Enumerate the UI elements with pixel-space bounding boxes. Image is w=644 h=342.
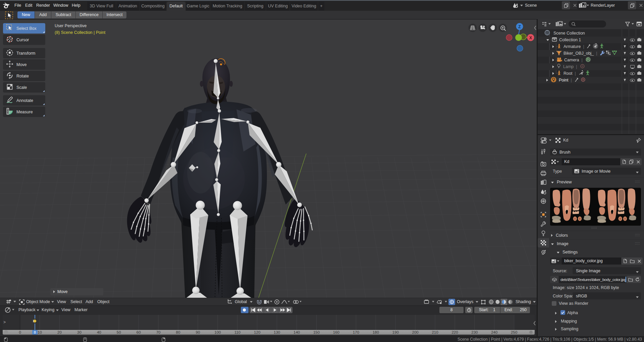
- svg-text:Z: Z: [518, 24, 521, 29]
- svg-text:X: X: [529, 36, 532, 40]
